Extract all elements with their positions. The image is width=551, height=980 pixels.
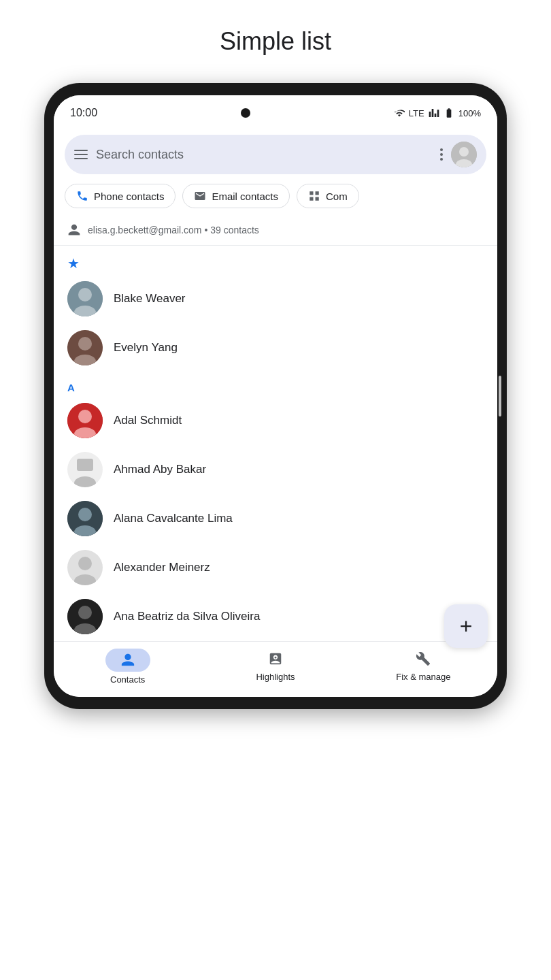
nav-contacts-label: Contacts (110, 674, 145, 685)
account-separator: • (204, 225, 210, 235)
chip-email-label: Email contacts (212, 191, 278, 202)
avatar-blake (67, 281, 103, 316)
svg-rect-13 (77, 459, 93, 471)
fix-manage-icon (416, 651, 431, 666)
svg-point-22 (78, 606, 92, 619)
contact-name-alexander: Alexander Meinerz (114, 561, 210, 574)
email-chip-icon (194, 190, 206, 202)
avatar-alana (67, 501, 103, 536)
chip-phone-contacts[interactable]: Phone contacts (65, 184, 176, 208)
scroll-indicator (499, 376, 501, 416)
more-options-icon[interactable] (440, 148, 443, 161)
contacts-nav-icon (120, 653, 135, 668)
contact-avatar-ana (67, 599, 103, 634)
avatar-alexander (67, 550, 103, 585)
page-wrapper: Simple list 10:00 LTE 100% (0, 0, 551, 980)
account-count: 39 contacts (210, 225, 259, 235)
battery-label: 100% (458, 108, 481, 118)
contact-name-ahmad: Ahmad Aby Bakar (114, 463, 206, 476)
chip-com[interactable]: Com (297, 184, 359, 208)
svg-point-19 (78, 557, 92, 570)
signal-icon (429, 108, 439, 118)
nav-fix-manage[interactable]: Fix & manage (350, 651, 497, 682)
contact-row[interactable]: Alexander Meinerz (54, 543, 497, 592)
account-row: elisa.g.beckett@gmail.com • 39 contacts (54, 218, 497, 246)
fix-manage-nav-icon (416, 651, 431, 669)
search-placeholder: Search contacts (96, 148, 432, 162)
status-time: 10:00 (70, 107, 97, 119)
menu-icon[interactable] (74, 150, 88, 159)
nav-highlights[interactable]: Highlights (201, 651, 349, 682)
phone-screen: 10:00 LTE 100% Search contac (54, 95, 497, 697)
avatar-adal (67, 403, 103, 438)
account-icon (67, 223, 81, 237)
contact-row[interactable]: Adal Schmidt (54, 396, 497, 445)
phone-chip-icon (76, 190, 88, 202)
contact-name-blake: Blake Weaver (114, 292, 186, 306)
svg-point-1 (459, 147, 469, 157)
bottom-nav: Contacts Highlights Fix & manage (54, 641, 497, 697)
status-icons: LTE 100% (394, 108, 481, 118)
nav-fix-manage-label: Fix & manage (396, 672, 450, 682)
contact-row[interactable]: Ahmad Aby Bakar (54, 445, 497, 494)
contact-name-evelyn: Evelyn Yang (114, 341, 178, 355)
contact-name-adal: Adal Schmidt (114, 414, 182, 427)
contact-avatar-alexander (67, 550, 103, 585)
contacts-nav-icon-bg (105, 649, 150, 672)
contact-avatar-alana (67, 501, 103, 536)
battery-icon (444, 108, 454, 118)
avatar-evelyn (67, 330, 103, 365)
fab-plus-icon: + (460, 615, 473, 637)
svg-point-4 (78, 288, 92, 301)
account-email: elisa.g.beckett@gmail.com • 39 contacts (88, 225, 259, 235)
contact-avatar-adal (67, 403, 103, 438)
section-a: A (54, 372, 497, 396)
star-section-icon: ★ (67, 255, 80, 272)
contact-row[interactable]: Ana Beatriz da Silva Oliveira (54, 592, 497, 641)
phone-frame: 10:00 LTE 100% Search contac (44, 83, 507, 709)
account-email-text: elisa.g.beckett@gmail.com (88, 225, 202, 235)
contact-row[interactable]: Alana Cavalcante Lima (54, 494, 497, 543)
contacts-list: ★ Blake Weaver (54, 246, 497, 641)
avatar-ana (67, 599, 103, 634)
user-avatar[interactable] (451, 142, 477, 167)
add-contact-fab[interactable]: + (444, 604, 488, 648)
contact-avatar-evelyn (67, 330, 103, 365)
svg-point-10 (78, 410, 92, 423)
contact-row[interactable]: Blake Weaver (54, 274, 497, 323)
chip-email-contacts[interactable]: Email contacts (182, 184, 290, 208)
contact-row[interactable]: Evelyn Yang (54, 323, 497, 372)
svg-point-7 (78, 337, 92, 350)
wifi-icon (394, 108, 405, 118)
chip-com-label: Com (326, 191, 348, 202)
chip-phone-label: Phone contacts (94, 191, 164, 202)
status-bar: 10:00 LTE 100% (54, 95, 497, 128)
section-star: ★ (54, 246, 497, 274)
contact-avatar-ahmad (67, 452, 103, 487)
page-title: Simple list (220, 27, 331, 56)
avatar-image (451, 142, 477, 167)
search-bar[interactable]: Search contacts (65, 135, 486, 174)
grid-chip-icon (308, 190, 320, 202)
section-a-letter: A (67, 382, 86, 393)
contact-name-alana: Alana Cavalcante Lima (114, 512, 233, 525)
contact-avatar-blake (67, 281, 103, 316)
contact-name-ana: Ana Beatriz da Silva Oliveira (114, 610, 260, 623)
nav-contacts[interactable]: Contacts (54, 649, 201, 685)
filter-chips: Phone contacts Email contacts Com (54, 184, 497, 218)
avatar-ahmad (67, 452, 103, 487)
nav-highlights-label: Highlights (256, 672, 295, 682)
lte-label: LTE (409, 108, 424, 118)
camera-dot (241, 108, 250, 118)
highlights-icon (268, 651, 283, 666)
svg-point-16 (78, 508, 92, 521)
highlights-nav-icon (268, 651, 283, 669)
